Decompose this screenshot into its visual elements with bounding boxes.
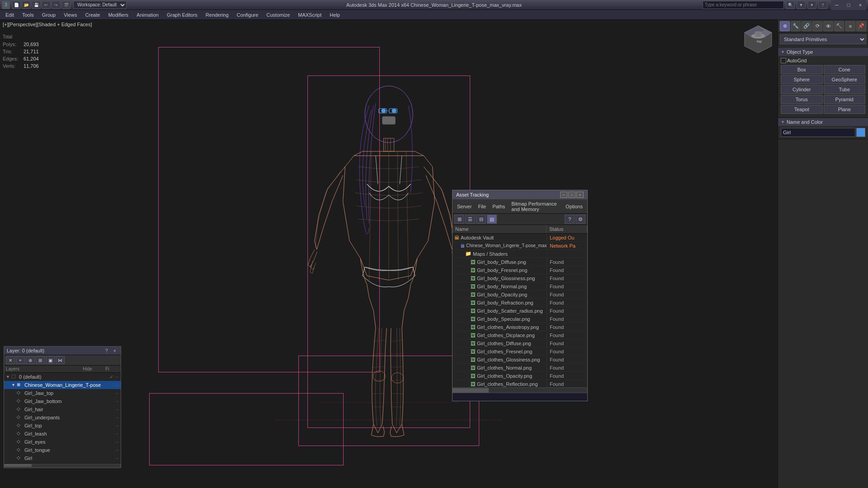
motion-tab-icon[interactable]: ⟳ [812, 21, 822, 31]
menu-rendering[interactable]: Rendering [202, 10, 232, 19]
asset-btn-settings[interactable]: ⚙ [576, 215, 585, 224]
menu-customize[interactable]: Customize [263, 10, 293, 19]
asset-row[interactable]: 🖼 Girl_clothes_Fresnel.png Found [453, 347, 587, 356]
asset-menu-paths[interactable]: Paths [490, 203, 508, 210]
asset-row[interactable]: 🖼 Girl_body_Refraction.png Found [453, 299, 587, 307]
box-btn[interactable]: Box [781, 65, 823, 74]
layers-scroll-thumb[interactable] [5, 464, 32, 467]
menu-tools[interactable]: Tools [19, 10, 38, 19]
pyramid-btn[interactable]: Pyramid [824, 95, 866, 104]
asset-search-box[interactable] [453, 393, 587, 401]
render-setup-btn[interactable]: 🎬 [61, 1, 71, 9]
tube-btn[interactable]: Tube [824, 85, 866, 94]
asset-row[interactable]: 🖼 Girl_body_Normal.png Found [453, 282, 587, 291]
standard-primitives-select[interactable]: Standard Primitives [780, 34, 866, 44]
asset-close-btn[interactable]: × [576, 192, 584, 198]
asset-row[interactable]: 🖼 Girl_clothes_Normal.png Found [453, 364, 587, 372]
options-icon[interactable]: ≡ [845, 21, 855, 31]
layers-new-btn[interactable]: + [16, 356, 25, 364]
layer-item[interactable]: ◇ Girl_hair ··· [4, 405, 121, 413]
name-color-header[interactable]: ▼ Name and Color [778, 118, 868, 126]
torus-btn[interactable]: Torus [781, 95, 823, 104]
workspace-select[interactable]: Workspace: Default [73, 1, 127, 9]
geosphere-btn[interactable]: GeoSphere [824, 75, 866, 84]
asset-row[interactable]: 🖥 Chinese_Woman_Lingerie_T-pose_max_vray… [453, 242, 587, 250]
asset-menu-bitmap[interactable]: Bitmap Performance and Memory [509, 201, 562, 212]
asset-row[interactable]: 🏛 Autodesk Vault Logged Ou [453, 234, 587, 242]
open-file-btn[interactable]: 📂 [22, 1, 31, 9]
layer-item[interactable]: ◇ Girl_Jaw_bottom ··· [4, 397, 121, 405]
close-btn[interactable]: × [854, 0, 866, 10]
redo-btn[interactable]: ↪ [52, 1, 61, 9]
layers-highlight-btn[interactable]: ▣ [46, 356, 55, 364]
object-type-header[interactable]: ▼ Object Type [778, 48, 868, 56]
help-btn[interactable]: ? [818, 1, 827, 9]
layers-close-btn[interactable]: × [112, 348, 118, 353]
layer-item[interactable]: ▼ ⬚ 0 (default) ✓ ··· [4, 373, 121, 381]
layer-item[interactable]: ◇ Girl_underpants ··· [4, 413, 121, 422]
asset-row[interactable]: 🖼 Girl_body_Specular.png Found [453, 315, 587, 323]
modify-tab-icon[interactable]: 🔧 [791, 21, 801, 31]
asset-row[interactable]: 📁 Maps / Shaders [453, 250, 587, 258]
asset-btn-table[interactable]: ▤ [487, 215, 497, 224]
layers-merge-btn[interactable]: ⋈ [56, 356, 65, 364]
asset-btn-list[interactable]: ☰ [465, 215, 475, 224]
asset-row[interactable]: 🖼 Girl_clothes_Dicplace.png Found [453, 331, 587, 339]
asset-btn-expand[interactable]: ⊞ [454, 215, 464, 224]
layer-item[interactable]: ◇ Girl ··· [4, 454, 121, 462]
asset-menu-file[interactable]: File [475, 203, 489, 210]
hierarchy-tab-icon[interactable]: 🔗 [802, 21, 811, 31]
asset-btn-details[interactable]: ⊟ [476, 215, 486, 224]
asset-menu-server[interactable]: Server [454, 203, 474, 210]
menu-configure[interactable]: Configure [233, 10, 262, 19]
menu-modifiers[interactable]: Modifiers [104, 10, 132, 19]
asset-scrollbar-h[interactable] [453, 387, 587, 393]
layer-item[interactable]: ◇ Girl_top ··· [4, 422, 121, 430]
autogrid-checkbox-item[interactable]: AutoGrid [781, 58, 807, 63]
layers-scrollbar-h[interactable] [4, 463, 121, 468]
asset-row[interactable]: 🖼 Girl_body_Fresnel.png Found [453, 266, 587, 274]
utilities-tab-icon[interactable]: 🔨 [834, 21, 844, 31]
asset-minimize-btn[interactable]: ─ [560, 192, 567, 198]
layers-add-selected-btn[interactable]: ⊕ [26, 356, 35, 364]
layer-item[interactable]: ◇ Girl_Jaw_top ··· [4, 389, 121, 397]
asset-scrollbar-thumb[interactable] [453, 388, 489, 393]
asset-btn-help[interactable]: ? [565, 215, 575, 224]
layers-list[interactable]: ▼ ⬚ 0 (default) ✓ ··· ▼ ◼ Chinese_Woman_… [4, 373, 121, 463]
menu-group[interactable]: Group [38, 10, 60, 19]
layer-item[interactable]: ◇ Girl_leash ··· [4, 430, 121, 438]
menu-graph-editors[interactable]: Graph Editors [163, 10, 201, 19]
asset-row[interactable]: 🖼 Girl_clothes_Diffuse.png Found [453, 339, 587, 347]
layers-delete-btn[interactable]: ✕ [6, 356, 15, 364]
layer-visibility-check[interactable]: ✓ [108, 374, 115, 380]
save-file-btn[interactable]: 💾 [32, 1, 41, 9]
maximize-btn[interactable]: □ [843, 0, 854, 10]
create-tab-icon[interactable]: ⊕ [780, 21, 790, 31]
menu-animation[interactable]: Animation [133, 10, 162, 19]
layer-item[interactable]: ◇ Girl_tongue ··· [4, 446, 121, 454]
sphere-btn[interactable]: Sphere [781, 75, 823, 84]
layers-panel-title[interactable]: Layer: 0 (default) ? × [4, 347, 121, 355]
search-btn[interactable]: 🔍 [786, 1, 795, 9]
search-options-btn[interactable]: ▼ [797, 1, 806, 9]
search-input[interactable] [703, 1, 784, 9]
nav-cube[interactable]: top [742, 23, 774, 55]
layer-item[interactable]: ▼ ◼ Chinese_Woman_Lingerie_T-pose ··· [4, 381, 121, 389]
asset-row[interactable]: 🖼 Girl_clothes_Glossiness.png Found [453, 356, 587, 364]
autogrid-checkbox[interactable] [781, 58, 786, 63]
menu-create[interactable]: Create [81, 10, 104, 19]
menu-views[interactable]: Views [60, 10, 80, 19]
color-swatch[interactable] [856, 128, 865, 137]
asset-row[interactable]: 🖼 Girl_body_Opacity.png Found [453, 291, 587, 299]
new-file-btn[interactable]: 📄 [12, 1, 21, 9]
pin-icon[interactable]: 📌 [856, 21, 866, 31]
minimize-btn[interactable]: ─ [831, 0, 843, 10]
asset-panel-title[interactable]: Asset Tracking ─ □ × [453, 190, 587, 200]
asset-row[interactable]: 🖼 Girl_clothes_Reflection.png Found [453, 380, 587, 387]
menu-help[interactable]: Help [326, 10, 344, 19]
menu-edit[interactable]: Edit [2, 10, 18, 19]
layers-select-btn[interactable]: ⊞ [36, 356, 45, 364]
highlight-btn[interactable]: ✦ [807, 1, 816, 9]
layer-item[interactable]: ◇ Girl_eyes ··· [4, 438, 121, 446]
asset-row[interactable]: 🖼 Girl_body_Glossiness.png Found [453, 274, 587, 282]
